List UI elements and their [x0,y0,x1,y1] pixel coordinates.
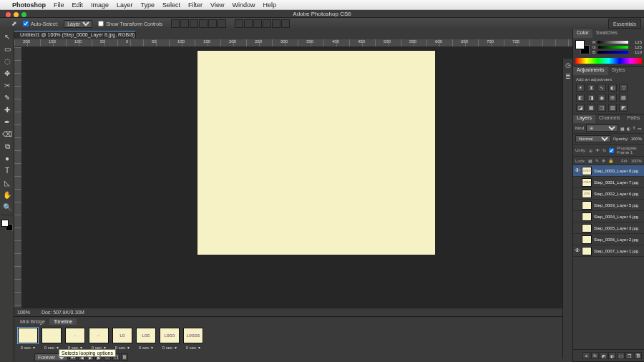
threshold-icon[interactable]: ◫ [597,104,606,112]
frame-7[interactable]: LOGO0 sec. ▾ [159,328,180,350]
lock-pos-icon[interactable]: ✥ [602,158,605,163]
visibility-icon[interactable]: 👁 [573,248,582,254]
layer-name[interactable]: Step_0006_Layer 2.jpg [594,238,638,242]
slider-B[interactable] [597,51,628,54]
filter-pixel-icon[interactable]: ▦ [620,126,625,131]
hue-icon[interactable]: ◧ [576,94,585,102]
history-icon[interactable]: ◷ [565,62,571,69]
app-name[interactable]: Photoshop [12,1,46,9]
document-tab[interactable]: Untitled1 @ 100% (Step_0000_Layer 8.jpg,… [14,31,136,38]
link-layers-icon[interactable]: ⚭ [582,352,590,359]
frame-duration[interactable]: 0 sec. ▾ [21,345,36,350]
tool-12[interactable]: ◺ [1,177,14,189]
frame-2[interactable]: 0 sec. ▾ [41,328,62,350]
lock-all-icon[interactable]: 🔒 [608,158,613,163]
menu-image[interactable]: Image [91,1,109,9]
dist-btn[interactable] [263,19,271,28]
tab-swatches[interactable]: Swatches [592,29,621,38]
fill-value[interactable]: 100% [631,159,642,163]
tab-layers[interactable]: Layers [573,114,595,123]
window-traffic-lights[interactable] [6,12,26,17]
auto-select-dropdown[interactable]: Layer [64,20,92,28]
layer-row[interactable]: Step_0003_Layer 5.jpg [573,200,644,211]
gradient-icon[interactable]: ▥ [608,104,617,112]
dist-btn[interactable] [281,19,290,28]
tab-mini-bridge[interactable]: Mini Bridge [16,318,49,325]
frame-duration[interactable]: 0 sec. ▾ [115,345,130,350]
opacity-value[interactable]: 100% [631,137,642,141]
color-spectrum[interactable] [575,58,642,64]
tool-9[interactable]: ⧉ [1,140,14,152]
invert-icon[interactable]: ◪ [576,104,585,112]
layer-row[interactable]: 👁Step_0007_Layer 1.jpg [573,245,644,257]
slider-G[interactable] [598,46,628,49]
auto-select-checkbox[interactable]: Auto-Select: [23,21,58,26]
layer-name[interactable]: Step_0004_Layer 4.jpg [594,215,638,219]
vibrance-icon[interactable]: ▽ [619,84,628,92]
frame-1[interactable]: 0 sec. ▾ [17,328,39,350]
adjustment-layer-icon[interactable]: ◐ [608,352,616,359]
frame-8[interactable]: LOGOS0 sec. ▾ [182,328,204,350]
tool-6[interactable]: ✚ [1,104,14,116]
menu-select[interactable]: Select [162,1,180,9]
frame-6[interactable]: LOG0 sec. ▾ [135,328,157,350]
unify-pos-icon[interactable]: ⊕ [589,148,592,153]
kind-dropdown[interactable]: ⊞ [586,124,618,132]
posterize-icon[interactable]: ▦ [587,104,595,112]
frame-duration[interactable]: 0 sec. ▾ [186,345,201,350]
tab-color[interactable]: Color [573,29,592,38]
frame-duration[interactable]: 0 sec. ▾ [44,345,59,350]
unify-style-icon[interactable]: fx [602,148,606,152]
selective-icon[interactable]: ◩ [619,104,628,112]
menu-layer[interactable]: Layer [117,1,133,9]
tab-timeline[interactable]: Timeline [49,318,77,325]
fg-bg-swatch[interactable] [1,220,13,231]
blend-mode-dropdown[interactable]: Normal [575,135,611,142]
dist-btn[interactable] [235,19,243,28]
layer-fx-icon[interactable]: fx [591,352,599,359]
slider-val-R[interactable]: 125 [630,40,642,44]
propagate-checkbox[interactable] [609,148,614,153]
lock-pixel-icon[interactable]: ✎ [595,158,599,163]
brightness-icon[interactable]: ☀ [576,84,585,92]
tool-1[interactable]: ▭ [1,43,14,55]
close-window-icon[interactable] [6,12,11,17]
workspace-switcher[interactable]: Essentials [608,19,641,29]
tool-4[interactable]: ✂ [1,79,14,92]
layer-name[interactable]: Step_0000_Layer 8.jpg [594,169,638,173]
filter-type-icon[interactable]: T [633,126,635,130]
slider-val-G[interactable]: 125 [630,45,642,49]
layer-name[interactable]: Step_0005_Layer 3.jpg [594,226,638,230]
filter-shape-icon[interactable]: ▭ [638,126,642,131]
delete-layer-icon[interactable]: 🗑 [634,352,642,359]
new-layer-icon[interactable]: ❐ [625,352,633,359]
photo-filter-icon[interactable]: ◉ [597,94,606,102]
unify-vis-icon[interactable]: 👁 [595,148,600,152]
frame-duration[interactable]: 0 sec. ▾ [139,345,154,350]
mixer-icon[interactable]: ⊞ [608,94,617,102]
slider-val-B[interactable]: 110 [630,50,642,54]
menu-edit[interactable]: Edit [72,1,84,9]
menu-window[interactable]: Window [232,1,255,9]
mac-menubar[interactable]: Photoshop FileEditImageLayerTypeSelectFi… [0,0,644,10]
tool-5[interactable]: ✎ [1,92,14,104]
dist-btn[interactable] [272,19,280,28]
tab-paths[interactable]: Paths [624,114,644,123]
tab-styles[interactable]: Styles [608,67,629,75]
frame-duration[interactable]: 0 sec. ▾ [162,345,177,350]
align-btn[interactable] [190,19,198,28]
dist-btn[interactable] [244,19,253,28]
zoom-level[interactable]: 100% [17,310,30,315]
menu-type[interactable]: Type [141,1,155,9]
menu-file[interactable]: File [54,1,64,9]
color-swatch[interactable] [575,40,590,54]
tool-7[interactable]: ✒ [1,116,14,128]
tab-adjustments[interactable]: Adjustments [573,67,608,75]
layer-row[interactable]: LOGStep_0002_Layer 6.jpg [573,188,644,200]
doc-size[interactable]: Doc: 507.8K/0.10M [42,310,84,315]
frame-4[interactable]: - ·0 sec. ▾ [88,328,109,350]
levels-icon[interactable]: ⧗ [587,84,595,92]
layer-row[interactable]: Step_0006_Layer 2.jpg [573,234,644,245]
ruler-vertical[interactable] [14,47,22,308]
layer-row[interactable]: Step_0004_Layer 4.jpg [573,211,644,222]
